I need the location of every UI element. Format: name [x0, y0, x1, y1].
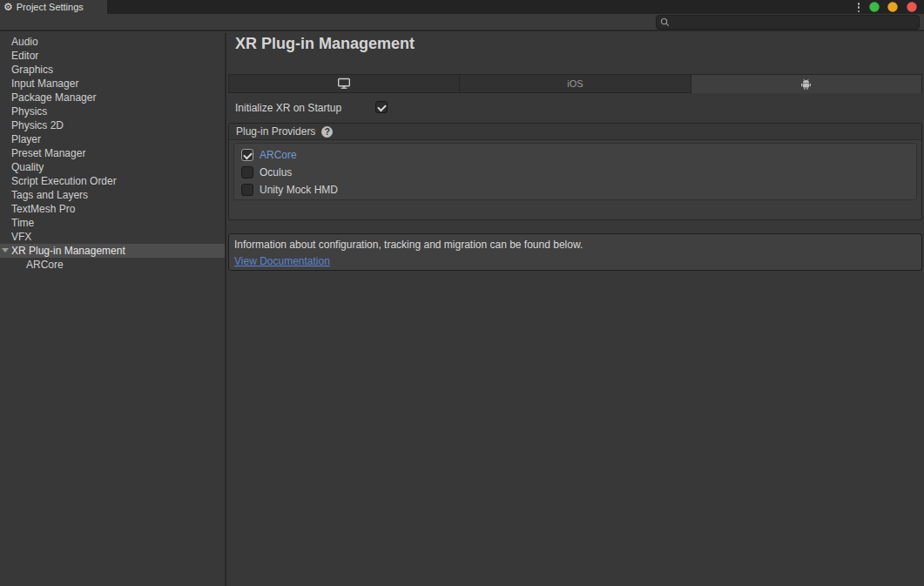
provider-row-unity-mock-hmd[interactable]: Unity Mock HMD — [234, 181, 916, 199]
project-settings-window: ⚙ Project Settings Audio Editor Graphics… — [0, 0, 924, 586]
sidebar-item-xr-plugin-management[interactable]: XR Plug-in Management — [0, 244, 225, 258]
initialize-xr-label: Initialize XR on Startup — [235, 102, 341, 114]
oculus-checkbox[interactable] — [241, 166, 253, 178]
info-text: Information about configuration, trackin… — [234, 238, 916, 252]
plugin-providers-list: ARCore Oculus Unity Mock HMD — [233, 143, 917, 200]
sidebar-item-preset-manager[interactable]: Preset Manager — [0, 146, 225, 160]
help-icon[interactable]: ? — [321, 126, 333, 138]
sidebar-item-player[interactable]: Player — [0, 132, 225, 146]
arcore-label: ARCore — [260, 149, 297, 161]
platform-tab-strip: iOS — [228, 74, 922, 93]
tab-android[interactable] — [691, 74, 922, 93]
sidebar-item-physics[interactable]: Physics — [0, 104, 225, 118]
sidebar-item-quality[interactable]: Quality — [0, 160, 225, 174]
window-tab-bar: ⚙ Project Settings — [0, 0, 924, 14]
traffic-light-red[interactable] — [907, 2, 917, 12]
sidebar-item-textmesh-pro[interactable]: TextMesh Pro — [0, 202, 225, 216]
traffic-light-yellow[interactable] — [887, 2, 898, 12]
sidebar-item-graphics[interactable]: Graphics — [0, 63, 225, 77]
info-help-box: Information about configuration, trackin… — [228, 233, 922, 271]
provider-row-oculus[interactable]: Oculus — [234, 164, 916, 181]
search-box[interactable] — [656, 15, 920, 30]
foldout-expanded-icon[interactable] — [2, 248, 9, 253]
plugin-providers-title: Plug-in Providers — [236, 125, 315, 138]
initialize-xr-row: Initialize XR on Startup — [235, 101, 915, 115]
initialize-xr-checkbox[interactable] — [375, 101, 388, 113]
oculus-label: Oculus — [260, 166, 292, 178]
unity-mock-hmd-checkbox[interactable] — [241, 184, 253, 196]
plugin-providers-group: Plug-in Providers ? ARCore Oculus Unity … — [228, 123, 922, 220]
sidebar-item-vfx[interactable]: VFX — [0, 230, 225, 244]
tab-ios-label: iOS — [567, 78, 583, 89]
tab-standalone[interactable] — [228, 74, 460, 93]
view-documentation-link[interactable]: View Documentation — [234, 254, 330, 268]
sidebar-item-tags-and-layers[interactable]: Tags and Layers — [0, 188, 225, 202]
sidebar-item-time[interactable]: Time — [0, 216, 225, 230]
sidebar-item-script-execution-order[interactable]: Script Execution Order — [0, 174, 225, 188]
search-input[interactable] — [672, 17, 915, 28]
page-title: XR Plug-in Management — [235, 35, 415, 53]
sidebar-item-editor[interactable]: Editor — [0, 49, 225, 63]
android-icon — [799, 77, 813, 91]
provider-row-arcore[interactable]: ARCore — [234, 146, 916, 164]
gear-icon: ⚙ — [3, 2, 13, 12]
main-panel: XR Plug-in Management iOS — [226, 33, 924, 586]
sidebar-item-arcore[interactable]: ARCore — [0, 258, 225, 272]
sidebar-item-package-manager[interactable]: Package Manager — [0, 91, 225, 104]
sidebar-item-label: XR Plug-in Management — [11, 245, 125, 257]
tab-title: Project Settings — [17, 2, 84, 12]
sidebar-item-audio[interactable]: Audio — [0, 35, 225, 49]
traffic-light-green[interactable] — [869, 2, 880, 12]
more-options-icon[interactable] — [855, 3, 862, 12]
unity-mock-hmd-label: Unity Mock HMD — [260, 184, 338, 196]
sidebar-item-physics-2d[interactable]: Physics 2D — [0, 118, 225, 132]
arcore-checkbox[interactable] — [241, 149, 253, 161]
monitor-icon — [337, 77, 351, 90]
plugin-providers-header: Plug-in Providers ? — [229, 124, 921, 140]
tab-ios[interactable]: iOS — [459, 74, 691, 93]
sidebar-item-input-manager[interactable]: Input Manager — [0, 77, 225, 91]
search-icon — [660, 17, 670, 27]
project-settings-tab[interactable]: ⚙ Project Settings — [0, 0, 107, 14]
toolbar — [0, 14, 924, 31]
settings-sidebar: Audio Editor Graphics Input Manager Pack… — [0, 33, 225, 586]
